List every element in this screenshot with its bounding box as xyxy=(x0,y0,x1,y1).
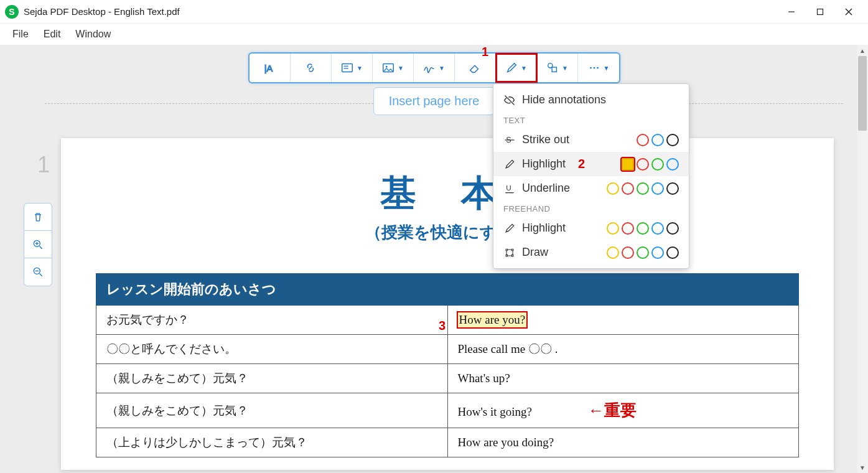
svg-text:|A: |A xyxy=(264,63,273,73)
strikeout-item[interactable]: S Strike out xyxy=(493,128,689,152)
caret-icon: ▼ xyxy=(439,65,445,72)
strike-color-black[interactable] xyxy=(666,134,679,146)
underline-color-green[interactable] xyxy=(637,182,649,195)
cell-jp[interactable]: （上よりは少しかしこまって）元気？ xyxy=(96,428,448,457)
cell-jp[interactable]: （親しみをこめて）元気？ xyxy=(96,364,448,393)
strike-color-blue[interactable] xyxy=(651,134,664,146)
signature-icon xyxy=(422,61,436,75)
freehand-highlight-label: Highlight xyxy=(522,222,600,235)
scroll-down-button[interactable]: ▼ xyxy=(857,462,868,473)
underline-color-blue[interactable] xyxy=(651,182,664,195)
fh-highlight-yellow[interactable] xyxy=(607,222,619,235)
caret-icon: ▼ xyxy=(398,65,404,72)
cell-en[interactable]: How are you? xyxy=(447,306,799,335)
cell-jp[interactable]: （親しみをこめて）元気？ xyxy=(96,393,448,428)
underline-item[interactable]: U Underline xyxy=(493,176,689,200)
scroll-thumb[interactable] xyxy=(858,56,867,131)
maximize-button[interactable] xyxy=(806,2,834,21)
fh-draw-red[interactable] xyxy=(622,246,634,259)
freehand-draw-item[interactable]: Draw xyxy=(493,240,689,265)
minimize-button[interactable] xyxy=(777,2,806,21)
zoom-out-button[interactable] xyxy=(24,258,52,286)
dropdown-section-freehand: FREEHAND xyxy=(493,200,689,216)
zoom-in-icon xyxy=(32,238,44,251)
cell-en[interactable]: What's up? xyxy=(447,364,799,393)
svg-rect-5 xyxy=(342,64,353,72)
annotation-note: ←重要 xyxy=(588,401,637,419)
highlighter-icon xyxy=(503,158,516,171)
shapes-tool-button[interactable]: ▼ xyxy=(537,54,578,82)
hide-annotations-item[interactable]: Hide annotations xyxy=(493,88,689,112)
fh-highlight-black[interactable] xyxy=(666,222,679,235)
menu-file[interactable]: File xyxy=(5,25,36,44)
image-tool-button[interactable]: ▼ xyxy=(373,54,414,82)
whiteout-tool-button[interactable] xyxy=(455,54,496,82)
highlighter-icon xyxy=(505,61,518,75)
close-button[interactable] xyxy=(834,2,863,21)
freehand-draw-label: Draw xyxy=(522,246,600,259)
fh-highlight-red[interactable] xyxy=(622,222,634,235)
zoom-out-icon xyxy=(32,266,44,278)
underline-label: Underline xyxy=(522,182,600,195)
highlight-color-yellow[interactable] xyxy=(622,158,634,171)
table-header-row: レッスン開始前のあいさつ xyxy=(96,274,799,306)
highlighter-icon xyxy=(503,222,516,235)
sign-tool-button[interactable]: ▼ xyxy=(414,54,455,82)
menu-edit[interactable]: Edit xyxy=(36,25,68,44)
more-tool-button[interactable]: ▼ xyxy=(578,54,619,82)
callout-label-3: 3 xyxy=(439,319,446,333)
strikeout-label: Strike out xyxy=(522,133,630,146)
callout-label-2: 2 xyxy=(578,157,585,171)
table-row: （親しみをこめて）元気？ How's it going?←重要 xyxy=(96,393,799,428)
underline-color-red[interactable] xyxy=(622,182,634,195)
table-header-cell: レッスン開始前のあいさつ xyxy=(96,274,799,306)
underline-color-black[interactable] xyxy=(666,182,679,195)
link-tool-button[interactable] xyxy=(291,54,332,82)
form-icon xyxy=(340,61,354,75)
svg-point-9 xyxy=(386,66,388,68)
insert-page-button[interactable]: Insert page here xyxy=(373,87,495,115)
cell-en[interactable]: How are you doing? xyxy=(447,428,799,457)
trash-icon xyxy=(32,211,44,223)
underline-color-yellow[interactable] xyxy=(607,182,619,195)
zoom-in-button[interactable] xyxy=(24,231,52,258)
cell-jp[interactable]: お元気ですか？ xyxy=(96,306,448,335)
draw-icon xyxy=(503,246,516,259)
table-row: 〇〇と呼んでください。 Please call me 〇〇 . xyxy=(96,335,799,364)
fh-draw-green[interactable] xyxy=(637,246,649,259)
cell-en[interactable]: Please call me 〇〇 . xyxy=(447,335,799,364)
delete-page-button[interactable] xyxy=(24,204,52,231)
image-icon xyxy=(381,61,395,75)
text-tool-button[interactable]: |A xyxy=(250,54,291,82)
highlight-color-green[interactable] xyxy=(651,158,664,171)
pdf-page[interactable]: 基 本 （授業を快適にするフ レッスン開始前のあいさつ お元気ですか？ How … xyxy=(61,138,834,470)
vertical-scrollbar[interactable]: ▲ ▼ xyxy=(857,45,868,473)
fh-highlight-blue[interactable] xyxy=(651,222,664,235)
caret-icon: ▼ xyxy=(562,65,568,72)
link-icon xyxy=(304,61,317,75)
table-row: お元気ですか？ How are you? xyxy=(96,306,799,335)
edit-toolbar: |A ▼ ▼ ▼ ▼ ▼ ▼ xyxy=(248,52,620,83)
fh-highlight-green[interactable] xyxy=(637,222,649,235)
eye-off-icon xyxy=(503,94,516,106)
freehand-highlight-item[interactable]: Highlight xyxy=(493,216,689,240)
highlighted-text[interactable]: How are you? xyxy=(458,312,527,327)
cell-en[interactable]: How's it going?←重要 xyxy=(447,393,799,428)
menu-window[interactable]: Window xyxy=(68,25,118,44)
fh-draw-black[interactable] xyxy=(666,246,679,259)
fh-draw-yellow[interactable] xyxy=(607,246,619,259)
highlight-label: Highlight xyxy=(522,157,615,171)
strike-color-red[interactable] xyxy=(637,134,649,146)
scroll-up-button[interactable]: ▲ xyxy=(857,45,868,56)
highlight-color-blue[interactable] xyxy=(666,158,679,171)
underline-icon: U xyxy=(503,182,516,195)
fh-draw-blue[interactable] xyxy=(651,246,664,259)
cell-jp[interactable]: 〇〇と呼んでください。 xyxy=(96,335,448,364)
highlight-color-red[interactable] xyxy=(637,158,649,171)
annotate-tool-button[interactable]: ▼ xyxy=(496,54,537,82)
svg-point-12 xyxy=(590,67,592,69)
side-tools xyxy=(24,203,52,286)
menubar: File Edit Window xyxy=(0,24,868,45)
form-tool-button[interactable]: ▼ xyxy=(332,54,373,82)
highlight-item[interactable]: Highlight xyxy=(493,152,689,176)
